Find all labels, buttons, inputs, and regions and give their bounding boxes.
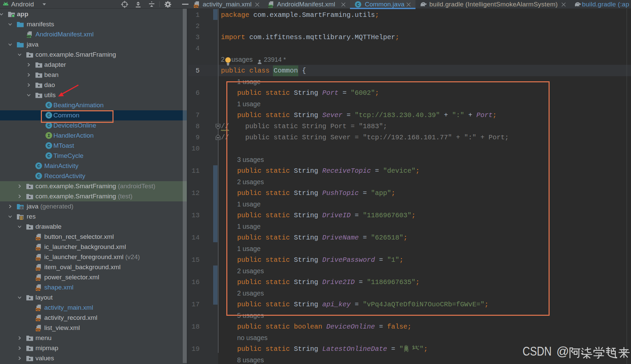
- svg-text:C: C: [47, 153, 50, 159]
- svg-text:MF: MF: [27, 35, 31, 38]
- svg-text:MF: MF: [268, 5, 273, 8]
- svg-text:C: C: [37, 164, 40, 169]
- svg-text:C: C: [47, 123, 50, 128]
- svg-text:C: C: [47, 103, 50, 108]
- svg-text:C: C: [37, 174, 40, 179]
- svg-text:C: C: [357, 2, 359, 7]
- svg-text:I: I: [47, 133, 50, 138]
- svg-text:C: C: [47, 143, 50, 148]
